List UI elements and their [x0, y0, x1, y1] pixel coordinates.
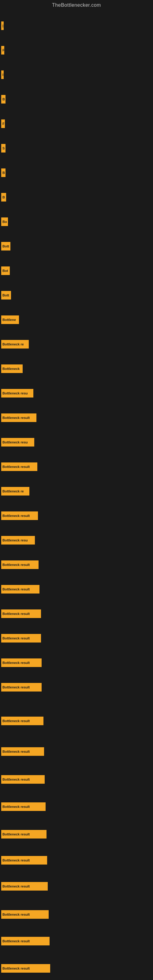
bar-label: Bottleneck re [2, 342, 24, 346]
bar-label: Bottleneck result [2, 750, 30, 753]
bar-label: Bottleneck result [2, 612, 30, 616]
bar-item: Bot [1, 266, 10, 275]
bar-item: B [1, 193, 6, 202]
bar-label: Bottleneck result [2, 805, 30, 808]
bar-item: B [1, 169, 5, 177]
bar-item: Bottleneck result [1, 511, 38, 520]
bar-label: Bottleneck result [2, 636, 30, 640]
bar-item: Bottleneck result [1, 414, 37, 422]
bar-item: Bottleneck result [1, 659, 41, 667]
chart-container: TheBottlenecker.com |FIBFSBBBoBottBotBot… [0, 0, 153, 980]
bar-item: B [1, 95, 5, 103]
bar-label: Bott [2, 244, 9, 248]
bar-label: Bottleneck result [2, 661, 30, 665]
bar-item: Bottleneck result [1, 747, 44, 756]
bar-label: | [2, 24, 3, 27]
bar-item: Bott [1, 291, 11, 299]
bar-label: Bottleneck result [2, 514, 30, 517]
bar-item: Bottleneck result [1, 463, 37, 471]
bar-item: Bottleneck re [1, 487, 29, 495]
bar-item: Bottleneck result [1, 802, 46, 811]
bar-item: Bottleneck result [1, 937, 49, 945]
bar-label: Bottleneck result [2, 719, 30, 723]
bar-item: I [1, 70, 4, 79]
bar-label: Bottleneck result [2, 563, 30, 566]
bar-label: Bottlene [2, 318, 16, 321]
bar-item: Bottleneck result [1, 775, 45, 784]
site-title: TheBottlenecker.com [0, 0, 153, 9]
bar-label: Bottleneck result [2, 416, 30, 420]
bar-item: Bottleneck result [1, 882, 48, 891]
bar-item: Bottleneck result [1, 609, 41, 618]
bar-item: Bottleneck result [1, 683, 41, 692]
bar-item: | [1, 21, 4, 30]
bar-item: Bottleneck resu [1, 389, 33, 398]
bar-label: Bottleneck result [2, 587, 30, 591]
bar-item: Bottleneck re [1, 340, 29, 348]
bar-item: Bottleneck result [1, 717, 43, 725]
bar-label: Bo [2, 220, 7, 224]
bar-item: F [1, 119, 5, 128]
bar-item: Bottleneck resu [1, 438, 34, 447]
bar-item: Bottleneck result [1, 910, 49, 919]
bar-label: Bottleneck result [2, 967, 30, 970]
bar-item: Bottlene [1, 315, 19, 324]
bar-label: Bottleneck result [2, 885, 30, 888]
bar-item: Bottleneck result [1, 856, 47, 865]
bar-item: S [1, 144, 5, 153]
bar-label: I [2, 73, 3, 76]
bar-label: Bottleneck result [2, 939, 30, 943]
bar-label: S [2, 146, 5, 150]
bar-item: Bott [1, 242, 10, 250]
bar-label: Bott [2, 293, 9, 297]
bar-label: B [2, 171, 5, 175]
bar-label: Bottleneck result [2, 832, 30, 836]
bar-label: Bottleneck [2, 367, 19, 371]
bar-item: Bottleneck result [1, 560, 38, 569]
bar-label: B [2, 196, 5, 199]
bar-label: Bottleneck result [2, 858, 30, 862]
bar-label: F [2, 48, 4, 52]
bar-item: Bottleneck result [1, 830, 46, 838]
bar-item: Bottleneck result [1, 585, 40, 593]
bar-label: Bottleneck result [2, 913, 30, 916]
bar-label: Bottleneck result [2, 465, 30, 469]
bar-item: F [1, 46, 4, 54]
bar-label: Bottleneck result [2, 778, 30, 781]
bar-label: B [2, 97, 5, 101]
bar-label: Bottleneck resu [2, 538, 28, 542]
bar-item: Bottleneck resu [1, 536, 35, 544]
bar-label: Bottleneck result [2, 686, 30, 689]
bar-label: Bottleneck re [2, 489, 24, 493]
bar-item: Bottleneck result [1, 634, 41, 643]
bar-item: Bottleneck [1, 364, 22, 373]
bar-label: Bottleneck resu [2, 441, 28, 444]
bar-label: Bot [2, 269, 8, 272]
bar-item: Bo [1, 218, 8, 226]
bar-label: F [2, 122, 5, 126]
bar-item: Bottleneck result [1, 964, 50, 973]
bar-label: Bottleneck resu [2, 391, 28, 395]
